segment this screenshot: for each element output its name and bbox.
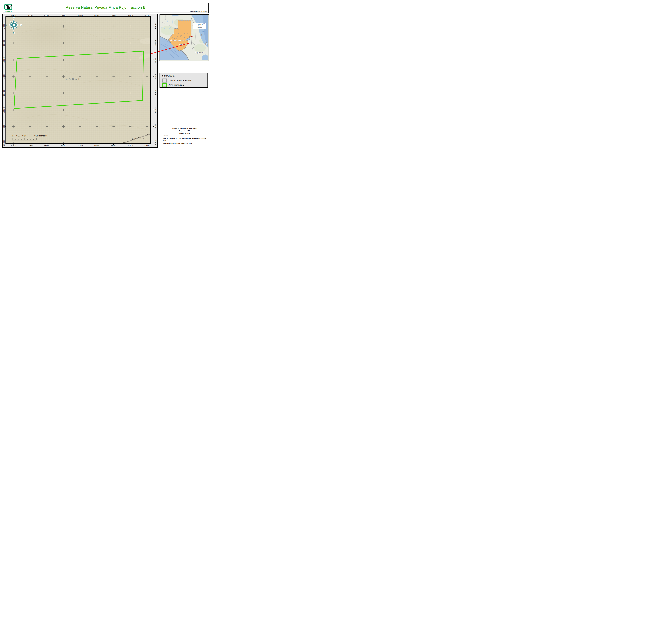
grid-cross bbox=[29, 25, 31, 28]
departmental-limit-swatch bbox=[162, 79, 167, 82]
grid-cross bbox=[129, 59, 132, 61]
grid-cross bbox=[112, 92, 115, 94]
y-axis-label-right: 1692600 bbox=[154, 74, 156, 79]
grid-cross bbox=[79, 25, 81, 28]
compass-west-letter: O bbox=[5, 24, 7, 26]
sea-label-partial-1: Gu bbox=[203, 22, 205, 24]
x-axis-label-bottom: 632800 bbox=[108, 145, 119, 146]
grid-cross bbox=[79, 142, 81, 144]
grid-cross bbox=[146, 125, 148, 128]
grid-cross bbox=[62, 25, 65, 28]
grid-cross bbox=[79, 75, 81, 78]
honduras-city-dot bbox=[206, 42, 207, 43]
x-axis-label-bottom: 632000 bbox=[42, 145, 52, 146]
department-label-izabal: IZABAL bbox=[63, 77, 81, 81]
y-axis-label-right: 1692800 bbox=[154, 57, 156, 63]
legend-item-label: Área protegida bbox=[168, 84, 184, 87]
inset-map-svg bbox=[160, 15, 208, 60]
x-axis-label-bottom: 632200 bbox=[58, 145, 69, 146]
grid-cross bbox=[112, 59, 115, 61]
scale-label-007: 0.07 bbox=[16, 135, 20, 137]
grid-cross bbox=[79, 42, 81, 44]
grid-cross bbox=[29, 92, 31, 94]
territorial-note-line3: resuelto bbox=[198, 27, 202, 28]
grid-cross bbox=[12, 125, 15, 128]
grid-cross bbox=[46, 59, 48, 61]
grid-cross bbox=[12, 75, 15, 78]
grid-cross bbox=[62, 92, 65, 94]
scale-label-0: 0 bbox=[12, 135, 13, 137]
crs-line: Sistema de coordenadas proyectadas bbox=[163, 127, 206, 130]
source-heading: Fuente: bbox=[163, 135, 206, 137]
san-salvador-city-dot bbox=[197, 53, 198, 54]
map-frame: IZABAL ZACAPA bbox=[2, 14, 158, 148]
grid-cross bbox=[79, 125, 81, 128]
projection-line: Proyección GTM bbox=[163, 130, 206, 132]
y-axis-label-right: 1693000 bbox=[154, 40, 156, 46]
grid-cross bbox=[96, 142, 98, 144]
territorial-note-line2: territorial no bbox=[196, 25, 203, 27]
grid-cross bbox=[146, 142, 148, 144]
y-axis-label-right: 1692400 bbox=[154, 90, 156, 96]
grid-cross bbox=[146, 59, 148, 61]
legend: Simbología Límite Departamental Área pro… bbox=[160, 73, 208, 88]
guatemala-city-dot bbox=[181, 45, 182, 46]
compass-east-letter: E bbox=[20, 24, 22, 26]
scale-label-028: 0.28 bbox=[34, 135, 38, 137]
territorial-note-line1: Diferendo bbox=[197, 23, 202, 25]
grid-cross bbox=[62, 75, 65, 78]
grid-cross bbox=[12, 92, 15, 94]
map-document: CONAP Reserva Natural Privada Finca Pujo… bbox=[0, 0, 210, 148]
source-line-1: Base de datos de la Dirección Análisis G… bbox=[163, 137, 206, 142]
conap-monkey-icon bbox=[4, 3, 13, 10]
grid-cross bbox=[129, 75, 132, 78]
grid-cross bbox=[129, 109, 132, 111]
grid-cross bbox=[62, 109, 65, 111]
grid-cross bbox=[29, 59, 31, 61]
header-bar: CONAP Reserva Natural Privada Finca Pujo… bbox=[3, 3, 209, 13]
grid-cross bbox=[146, 109, 148, 111]
guatemala-city-label: Guatemala bbox=[176, 43, 190, 45]
credits-box: Sistema de coordenadas proyectadas Proye… bbox=[161, 126, 208, 144]
y-axis-label-right: 1692000 bbox=[154, 124, 156, 129]
department-label-zacapa: ZACAPA bbox=[132, 137, 148, 140]
x-axis-label-bottom: 633000 bbox=[125, 145, 136, 146]
san-salvador-label: San Salvador bbox=[192, 51, 207, 53]
scale-unit-label: Kilómetros bbox=[38, 135, 47, 137]
x-axis-label-bottom: 632600 bbox=[92, 145, 102, 146]
x-axis-label-bottom: 631600 bbox=[8, 145, 19, 146]
grid-cross bbox=[96, 42, 98, 44]
protected-area-swatch bbox=[162, 83, 167, 87]
legend-item-label: Límite Departamental bbox=[168, 79, 191, 82]
grid-cross bbox=[112, 125, 115, 128]
grid-cross bbox=[46, 75, 48, 78]
grid-cross bbox=[62, 59, 65, 61]
grid-cross bbox=[46, 142, 48, 144]
legend-title: Simbología bbox=[162, 74, 174, 77]
grid-cross bbox=[96, 25, 98, 28]
grid-cross bbox=[96, 125, 98, 128]
compass-rose: N E S O bbox=[5, 16, 24, 35]
grid-cross bbox=[62, 125, 65, 128]
grid-cross bbox=[146, 42, 148, 44]
grid-cross bbox=[146, 25, 148, 28]
grid-cross bbox=[12, 42, 15, 44]
grid-cross bbox=[12, 142, 15, 144]
y-axis-label-right: 1692200 bbox=[154, 107, 156, 113]
document-id: DAGeos-409-2026-BS bbox=[189, 10, 207, 12]
scale-label-014: 0.14 bbox=[22, 135, 26, 137]
grid-cross bbox=[29, 75, 31, 78]
grid-cross bbox=[96, 92, 98, 94]
x-axis-label-bottom: 633200 bbox=[142, 145, 152, 146]
grid-cross bbox=[112, 42, 115, 44]
road-number-label: 721 bbox=[161, 49, 163, 51]
y-axis-label-right: 1693200 bbox=[154, 23, 156, 29]
grid-cross bbox=[12, 109, 15, 111]
grid-cross bbox=[112, 25, 115, 28]
compass-south-letter: S bbox=[13, 32, 14, 34]
relief-smudges bbox=[138, 38, 150, 61]
grid-cross bbox=[79, 109, 81, 111]
guatemala-country-label: Guatemala bbox=[168, 39, 189, 41]
grid-cross bbox=[62, 142, 65, 144]
grid-cross bbox=[96, 59, 98, 61]
